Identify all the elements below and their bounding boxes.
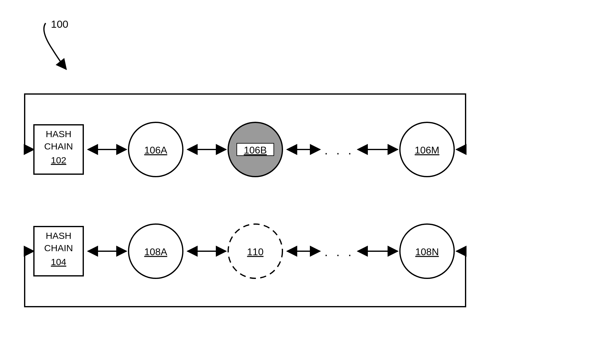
row2-node-1-label: 110 bbox=[247, 246, 263, 257]
row2-ellipsis: . . . bbox=[324, 245, 354, 259]
figure-ref: 100 bbox=[51, 18, 68, 30]
row1-node-1-label: 106B bbox=[244, 145, 267, 156]
row2-node-0-label: 108A bbox=[144, 246, 167, 257]
row2-node-2-label: 108N bbox=[415, 246, 439, 257]
row1-box-line2: CHAIN bbox=[44, 141, 73, 151]
row2-box-line1: HASH bbox=[46, 231, 71, 241]
row2-box-line2: CHAIN bbox=[44, 243, 73, 253]
row1-ellipsis: . . . bbox=[324, 143, 354, 157]
row1-box-line1: HASH bbox=[46, 129, 71, 139]
ref-arrow bbox=[44, 23, 66, 69]
row1-node-2-label: 106M bbox=[415, 145, 439, 156]
row1-box-ref: 102 bbox=[51, 155, 66, 165]
row1-node-0-label: 106A bbox=[144, 145, 167, 156]
row2-box-ref: 104 bbox=[51, 257, 66, 267]
